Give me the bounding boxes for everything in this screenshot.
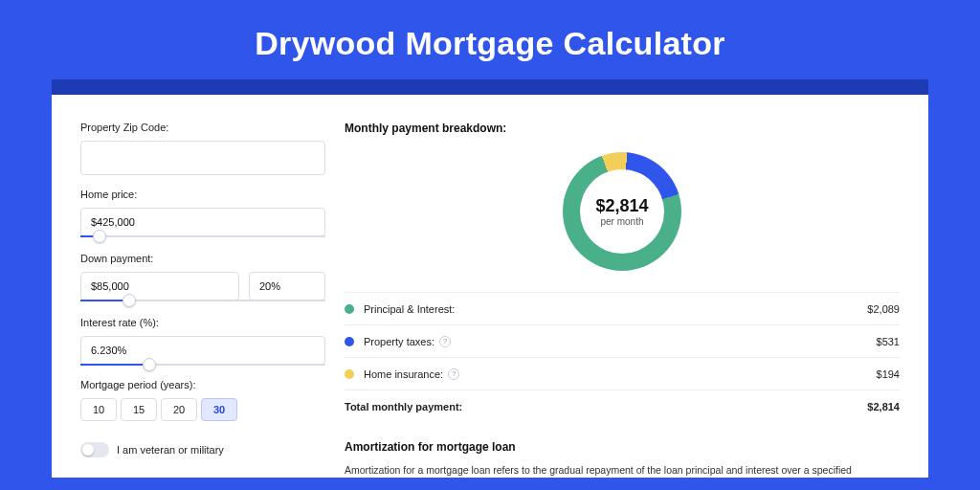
down-payment-label: Down payment:	[80, 253, 325, 264]
total-label: Total monthly payment:	[345, 401, 867, 412]
slider-fill	[80, 364, 149, 366]
legend-label: Principal & Interest:	[364, 303, 867, 315]
header-shadow	[52, 79, 928, 95]
total-value: $2,814	[867, 401, 900, 412]
interest-rate-input[interactable]	[80, 336, 325, 365]
term-label: Mortgage period (years):	[80, 379, 325, 390]
term-option-30[interactable]: 30	[201, 398, 237, 421]
term-option-15[interactable]: 15	[121, 398, 157, 421]
amortization-title: Amortization for mortgage loan	[345, 440, 900, 454]
veteran-label: I am veteran or military	[117, 444, 224, 456]
home-price-slider[interactable]	[80, 235, 325, 237]
slider-thumb[interactable]	[93, 230, 106, 243]
hint-icon[interactable]: ?	[448, 368, 459, 380]
breakdown-title: Monthly payment breakdown:	[345, 122, 900, 135]
zip-label: Property Zip Code:	[80, 122, 325, 133]
donut-chart: $2,814 per month	[345, 145, 900, 278]
term-option-10[interactable]: 10	[80, 398, 117, 421]
donut-center: $2,814 per month	[595, 196, 648, 227]
zip-input[interactable]	[80, 141, 325, 175]
veteran-toggle[interactable]	[80, 442, 109, 457]
legend-row-insurance: Home insurance: ? $194	[345, 358, 900, 390]
interest-rate-label: Interest rate (%):	[80, 317, 325, 328]
slider-thumb[interactable]	[122, 294, 136, 307]
legend-row-taxes: Property taxes: ? $531	[345, 325, 900, 358]
breakdown-panel: Monthly payment breakdown: $2,814 per mo…	[345, 122, 900, 478]
home-price-input[interactable]	[80, 208, 325, 236]
donut-value: $2,814	[595, 196, 648, 216]
legend-label: Home insurance: ?	[364, 368, 877, 380]
bullet-icon	[345, 304, 354, 314]
home-price-label: Home price:	[80, 189, 325, 200]
slider-thumb[interactable]	[143, 358, 156, 371]
interest-rate-slider[interactable]	[80, 364, 325, 366]
calculator-panel: Property Zip Code: Home price: Down paym…	[52, 95, 928, 478]
down-payment-slider[interactable]	[80, 300, 325, 301]
legend-value: $531	[877, 336, 900, 347]
amortization-section: Amortization for mortgage loan Amortizat…	[345, 440, 900, 479]
term-options: 10 15 20 30	[80, 398, 325, 421]
legend-row-total: Total monthly payment: $2,814	[345, 390, 900, 423]
down-payment-input[interactable]	[80, 272, 239, 301]
down-payment-pct-input[interactable]	[249, 272, 325, 301]
legend-value: $194	[877, 368, 900, 380]
amortization-text: Amortization for a mortgage loan refers …	[345, 463, 900, 479]
legend-row-principal: Principal & Interest: $2,089	[345, 293, 900, 325]
page-title: Drywood Mortgage Calculator	[0, 0, 980, 79]
bullet-icon	[345, 369, 354, 379]
legend: Principal & Interest: $2,089 Property ta…	[345, 292, 900, 423]
legend-value: $2,089	[867, 303, 900, 315]
donut-unit: per month	[595, 216, 648, 227]
input-form: Property Zip Code: Home price: Down paym…	[80, 122, 325, 478]
legend-label: Property taxes: ?	[364, 336, 877, 347]
term-option-20[interactable]: 20	[161, 398, 197, 421]
hint-icon[interactable]: ?	[439, 336, 451, 347]
bullet-icon	[345, 337, 354, 346]
